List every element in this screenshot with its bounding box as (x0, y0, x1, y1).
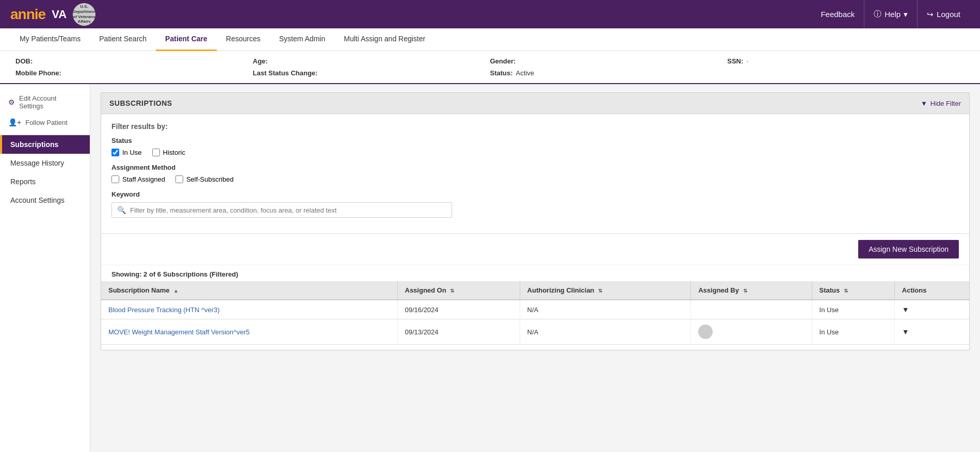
keyword-input-wrap: 🔍 (111, 202, 452, 218)
assignment-method-options: Staff Assigned Self-Subscribed (111, 175, 959, 183)
row1-actions: ▼ (894, 300, 969, 319)
row1-assigned-by (691, 300, 812, 319)
row2-actions-dropdown[interactable]: ▼ (902, 328, 909, 336)
staff-assigned-checkbox[interactable] (111, 175, 119, 183)
age-field: Age: (253, 57, 490, 65)
row1-status: In Use (812, 300, 894, 319)
col-assigned-by[interactable]: Assigned By ⇅ (691, 281, 812, 300)
historic-label: Historic (163, 149, 185, 156)
last-status-label: Last Status Change: (253, 69, 318, 77)
ssn-label: SSN: (727, 57, 743, 65)
table-wrapper: Subscription Name ▲ Assigned On ⇅ Author… (101, 281, 969, 350)
staff-assigned-label: Staff Assigned (122, 175, 165, 183)
dob-field: DOB: (15, 57, 253, 65)
edit-account-settings-label: Edit Account Settings (19, 94, 82, 110)
staff-assigned-option[interactable]: Staff Assigned (111, 175, 165, 183)
sort-sortable-icon-2: ⇅ (598, 288, 602, 294)
main-panel: SUBSCRIPTIONS ▼ Hide Filter Filter resul… (90, 84, 980, 452)
mobile-phone-field: Mobile Phone: (15, 69, 253, 77)
help-chevron-icon: ▾ (904, 10, 908, 19)
content-layout: ⚙ Edit Account Settings 👤+ Follow Patien… (0, 84, 980, 452)
age-label: Age: (253, 57, 268, 65)
sort-asc-icon: ▲ (173, 288, 179, 294)
follow-patient-label: Follow Patient (25, 119, 68, 126)
row1-name-link[interactable]: Blood Pressure Tracking (HTN ^ver3) (108, 306, 220, 314)
gender-label: Gender: (490, 57, 516, 65)
col-status[interactable]: Status ⇅ (812, 281, 894, 300)
search-icon: 🔍 (117, 206, 126, 214)
va-seal-inner: U.S. Department of Veterans Affairs (73, 4, 95, 24)
row2-actions: ▼ (894, 319, 969, 345)
row1-name: Blood Pressure Tracking (HTN ^ver3) (101, 300, 397, 319)
status-label: Status: (490, 69, 513, 77)
panel-header: SUBSCRIPTIONS ▼ Hide Filter (101, 93, 969, 114)
feedback-button[interactable]: Feedback (811, 0, 864, 28)
keyword-filter-group: Keyword 🔍 (111, 190, 959, 218)
nav-system-admin[interactable]: System Admin (270, 28, 334, 51)
mobile-phone-label: Mobile Phone: (15, 69, 61, 77)
status-filter-options: In Use Historic (111, 149, 959, 156)
sidebar-item-reports[interactable]: Reports (0, 172, 90, 191)
va-seal-logo: U.S. Department of Veterans Affairs (73, 3, 95, 26)
row2-authorizing-clinician: N/A (520, 319, 691, 345)
row2-name-link[interactable]: MOVE! Weight Management Staff Version^ve… (108, 328, 250, 336)
table-row: MOVE! Weight Management Staff Version^ve… (101, 319, 969, 345)
keyword-label: Keyword (111, 190, 959, 198)
sidebar-item-account-settings[interactable]: Account Settings (0, 191, 90, 209)
col-subscription-name[interactable]: Subscription Name ▲ (101, 281, 397, 300)
annie-va-logo: annie VA (10, 6, 67, 23)
sidebar-item-message-history[interactable]: Message History (0, 154, 90, 172)
self-subscribed-option[interactable]: Self-Subscribed (175, 175, 234, 183)
in-use-option[interactable]: In Use (111, 149, 142, 156)
col-actions: Actions (894, 281, 969, 300)
self-subscribed-checkbox[interactable] (175, 175, 183, 183)
row1-status-badge: In Use (820, 306, 839, 314)
historic-option[interactable]: Historic (152, 149, 185, 156)
help-button[interactable]: ⓘ Help ▾ (864, 0, 918, 28)
row2-status: In Use (812, 319, 894, 345)
filter-icon: ▼ (921, 100, 927, 107)
top-nav-right: Feedback ⓘ Help ▾ ↪ Logout (811, 0, 970, 28)
ssn-value: · (746, 57, 748, 65)
avatar (698, 325, 713, 339)
last-status-field: Last Status Change: (253, 69, 490, 77)
gear-icon: ⚙ (8, 98, 15, 106)
assignment-method-label: Assignment Method (111, 164, 959, 171)
assign-new-subscription-button[interactable]: Assign New Subscription (858, 240, 959, 259)
dob-label: DOB: (15, 57, 33, 65)
status-filter-group: Status In Use Historic (111, 137, 959, 156)
table-header: Subscription Name ▲ Assigned On ⇅ Author… (101, 281, 969, 300)
nav-resources[interactable]: Resources (217, 28, 270, 51)
row1-assigned-on: 09/16/2024 (397, 300, 520, 319)
main-navigation: My Patients/Teams Patient Search Patient… (0, 28, 980, 51)
patient-info-grid: DOB: Age: Gender: SSN: · Mobile Phone: L… (15, 57, 965, 77)
hide-filter-button[interactable]: ▼ Hide Filter (921, 100, 961, 107)
logout-button[interactable]: ↪ Logout (918, 0, 970, 28)
nav-patient-care[interactable]: Patient Care (156, 28, 217, 51)
follow-patient-link[interactable]: 👤+ Follow Patient (0, 114, 90, 131)
sidebar: ⚙ Edit Account Settings 👤+ Follow Patien… (0, 84, 90, 452)
assignment-method-filter-group: Assignment Method Staff Assigned Self-Su… (111, 164, 959, 183)
edit-account-settings-link[interactable]: ⚙ Edit Account Settings (0, 90, 90, 114)
nav-patient-search[interactable]: Patient Search (90, 28, 156, 51)
nav-multi-assign[interactable]: Multi Assign and Register (334, 28, 435, 51)
logout-icon: ↪ (927, 10, 934, 19)
top-navigation: annie VA U.S. Department of Veterans Aff… (0, 0, 980, 28)
row1-actions-dropdown[interactable]: ▼ (902, 305, 909, 314)
person-add-icon: 👤+ (8, 118, 21, 126)
row2-assigned-on: 09/13/2024 (397, 319, 520, 345)
ssn-field: SSN: · (727, 57, 965, 65)
col-authorizing-clinician[interactable]: Authorizing Clinician ⇅ (520, 281, 691, 300)
in-use-checkbox[interactable] (111, 149, 119, 156)
historic-checkbox[interactable] (152, 149, 160, 156)
keyword-input[interactable] (130, 206, 446, 214)
panel-title: SUBSCRIPTIONS (109, 99, 172, 107)
col-assigned-on[interactable]: Assigned On ⇅ (397, 281, 520, 300)
sort-sortable-icon: ⇅ (450, 288, 454, 294)
sidebar-item-subscriptions[interactable]: Subscriptions (0, 135, 90, 154)
nav-my-patients[interactable]: My Patients/Teams (10, 28, 90, 51)
table-body: Blood Pressure Tracking (HTN ^ver3) 09/1… (101, 300, 969, 345)
filter-section: Filter results by: Status In Use Histori… (101, 114, 969, 234)
filter-results-label: Filter results by: (111, 122, 959, 131)
row1-authorizing-clinician: N/A (520, 300, 691, 319)
